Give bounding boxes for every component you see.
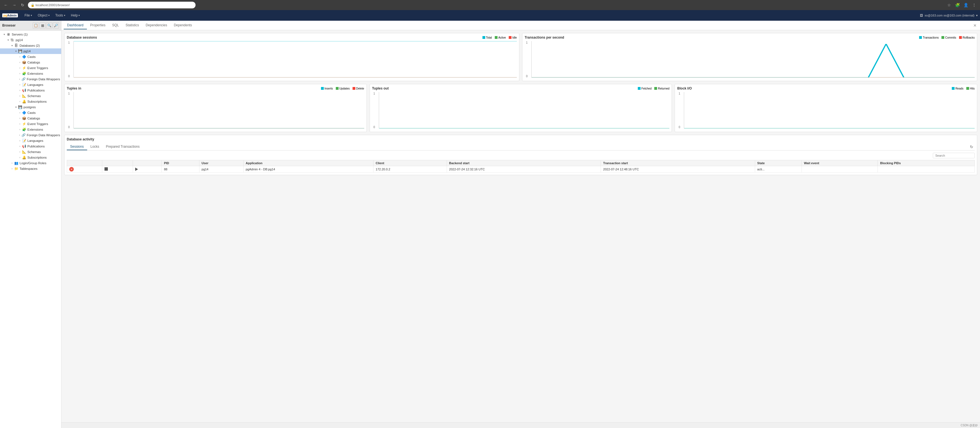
legend-color xyxy=(942,36,944,39)
menu-object[interactable]: Object ▾ xyxy=(35,12,52,18)
tree-item-label: Event Triggers xyxy=(27,122,48,126)
tree-item-subscriptions-22[interactable]: ›🔔Subscriptions xyxy=(0,155,61,160)
play-icon[interactable] xyxy=(135,168,138,171)
expand-icon: ▾ xyxy=(14,106,18,109)
bookmark-icon[interactable]: ☆ xyxy=(946,2,952,8)
tree-item-event-triggers-6[interactable]: ›⚡Event Triggers xyxy=(0,65,61,71)
activity-title: Database activity xyxy=(67,137,975,141)
tab-dependencies[interactable]: Dependencies xyxy=(142,22,170,29)
tree-item-database-13[interactable]: ▾💾postgres xyxy=(0,104,61,110)
tools-arrow: ▾ xyxy=(64,14,65,17)
tree-item-casts-4[interactable]: ›🔷Casts xyxy=(0,54,61,59)
sidebar-tool-properties[interactable]: 📋 xyxy=(33,22,39,29)
tree-item-tablespaces-24[interactable]: ›📁Tablespaces xyxy=(0,166,61,171)
fdw-icon: 🔗 xyxy=(22,77,26,81)
tree-item-languages-19[interactable]: ›📝Languages xyxy=(0,138,61,144)
back-button[interactable]: ← xyxy=(3,2,9,8)
tree-item-schemas-11[interactable]: ›📐Schemas xyxy=(0,93,61,99)
tab-sql[interactable]: SQL xyxy=(109,22,122,29)
sidebar-tool-grid[interactable]: ▦ xyxy=(40,22,46,29)
tree-item-database-3[interactable]: ▾💾pg14 xyxy=(0,48,61,54)
menu-file[interactable]: File ▾ xyxy=(22,12,34,18)
tree-item-event-triggers-16[interactable]: ›⚡Event Triggers xyxy=(0,121,61,127)
cell-pid: 88 xyxy=(161,166,199,172)
tree-item-extensions-7[interactable]: ›🧩Extensions xyxy=(0,71,61,77)
table-row: ✕ 88pg14pgAdmin 4 - DB:pg14172.20.0.2202… xyxy=(67,166,975,172)
tree-item-server-1[interactable]: ▾🐘pg14 xyxy=(0,37,61,43)
tree-item-label: Tablespaces xyxy=(19,167,37,170)
menu-tools[interactable]: Tools ▾ xyxy=(53,12,68,18)
legend-label: Total xyxy=(486,36,492,39)
extensions-icon: 🧩 xyxy=(22,71,26,76)
search-input[interactable] xyxy=(933,153,975,158)
tree-item-fdw-18[interactable]: ›🔗Foreign Data Wrappers xyxy=(0,132,61,138)
server-icon: 🐘 xyxy=(10,38,14,42)
tree-item-label: Databases (2) xyxy=(19,44,40,47)
user-dropdown-arrow[interactable]: ▾ xyxy=(976,14,978,18)
profile-icon[interactable]: 👤 xyxy=(963,2,969,8)
stop-icon[interactable] xyxy=(105,167,108,171)
expand-icon: › xyxy=(18,89,22,92)
transactions-legend: TransactionsCommitsRollbacks xyxy=(919,36,975,39)
tab-dashboard[interactable]: Dashboard xyxy=(64,22,87,29)
tree-item-server-group-0[interactable]: ▾🖥Servers (1) xyxy=(0,32,61,37)
db-sessions-svg xyxy=(74,41,517,77)
sessions-table-body: ✕ 88pg14pgAdmin 4 - DB:pg14172.20.0.2202… xyxy=(67,166,975,172)
tree-item-database-group-2[interactable]: ▾🗄Databases (2) xyxy=(0,43,61,48)
tree-item-fdw-8[interactable]: ›🔗Foreign Data Wrappers xyxy=(0,77,61,82)
menu-icon[interactable]: ⋮ xyxy=(971,2,977,8)
cell-backend_start: 2022-07-24 12:32:16 UTC xyxy=(447,166,601,172)
logo-pg: pg xyxy=(3,14,7,17)
legend-color xyxy=(952,87,955,90)
sidebar: Browser 📋 ▦ 🔍 🔎 ▾🖥Servers (1)▾🐘pg14▾🗄Dat… xyxy=(0,21,62,428)
tree-item-casts-14[interactable]: ›🔷Casts xyxy=(0,110,61,115)
tree-item-catalogs-5[interactable]: ›📦Catalogs xyxy=(0,59,61,65)
sidebar-tool-search[interactable]: 🔎 xyxy=(53,22,59,29)
activity-tab-prepared-transactions[interactable]: Prepared Transactions xyxy=(102,144,143,150)
terminate-button[interactable]: ✕ xyxy=(69,167,74,171)
tree-item-schemas-21[interactable]: ›📐Schemas xyxy=(0,149,61,155)
reload-button[interactable]: ↻ xyxy=(19,2,26,8)
tab-close-button[interactable]: ✕ xyxy=(972,23,978,28)
tree-item-extensions-17[interactable]: ›🧩Extensions xyxy=(0,127,61,132)
activity-panel: Database activity SessionsLocksPrepared … xyxy=(64,135,977,175)
block-io-y-min: 0 xyxy=(679,126,680,129)
tree-item-roles-23[interactable]: ›👥Login/Group Roles xyxy=(0,160,61,166)
sidebar-tool-sql[interactable]: 🔍 xyxy=(46,22,52,29)
stop-cell xyxy=(102,166,133,172)
transactions-y-max: 1 xyxy=(526,41,528,44)
publications-icon: 📢 xyxy=(22,144,26,149)
tab-dependents[interactable]: Dependents xyxy=(170,22,195,29)
ext-icon[interactable]: 🧩 xyxy=(954,2,961,8)
content-area: DashboardPropertiesSQLStatisticsDependen… xyxy=(62,21,980,428)
tab-statistics[interactable]: Statistics xyxy=(122,22,142,29)
pgadmin-logo: pgAdmin xyxy=(2,13,18,18)
tuples-in-svg xyxy=(74,92,364,128)
pgadmin-header: pgAdmin File ▾ Object ▾ Tools ▾ Help ▾ 🖼… xyxy=(0,10,980,21)
activity-tab-sessions[interactable]: Sessions xyxy=(67,144,87,150)
tuples-in-panel: Tuples in InsertsUpdatesDelete 1 0 xyxy=(64,84,367,132)
tree-item-catalogs-15[interactable]: ›📦Catalogs xyxy=(0,115,61,121)
schemas-icon: 📐 xyxy=(22,94,26,98)
tree-item-publications-10[interactable]: ›📢Publications xyxy=(0,88,61,93)
col-header-backend-start: Backend start xyxy=(447,160,601,166)
expand-icon: › xyxy=(18,128,22,131)
block-io-panel: Block I/O ReadsHits 1 0 xyxy=(675,84,977,132)
forward-button[interactable]: → xyxy=(11,2,18,8)
activity-tab-locks[interactable]: Locks xyxy=(87,144,102,150)
sessions-table-header-row: PIDUserApplicationClientBackend startTra… xyxy=(67,160,975,166)
tree-item-subscriptions-12[interactable]: ›🔔Subscriptions xyxy=(0,99,61,104)
expand-icon: › xyxy=(18,139,22,142)
address-bar[interactable]: 🔒 localhost:20001/browser/ xyxy=(28,2,196,8)
tree-item-languages-9[interactable]: ›📝Languages xyxy=(0,82,61,88)
charts-row-2: Tuples in InsertsUpdatesDelete 1 0 xyxy=(64,84,977,132)
tree-item-label: Catalogs xyxy=(27,61,40,64)
menu-help[interactable]: Help ▾ xyxy=(69,12,83,18)
tuples-out-legend: FetchedReturned xyxy=(638,87,669,90)
tuples-in-y-max: 1 xyxy=(68,92,70,95)
expand-icon: › xyxy=(18,134,22,137)
tab-properties[interactable]: Properties xyxy=(87,22,109,29)
refresh-button[interactable]: ↻ xyxy=(969,144,975,150)
tree-item-publications-20[interactable]: ›📢Publications xyxy=(0,144,61,149)
legend-item: Updates xyxy=(336,87,350,90)
